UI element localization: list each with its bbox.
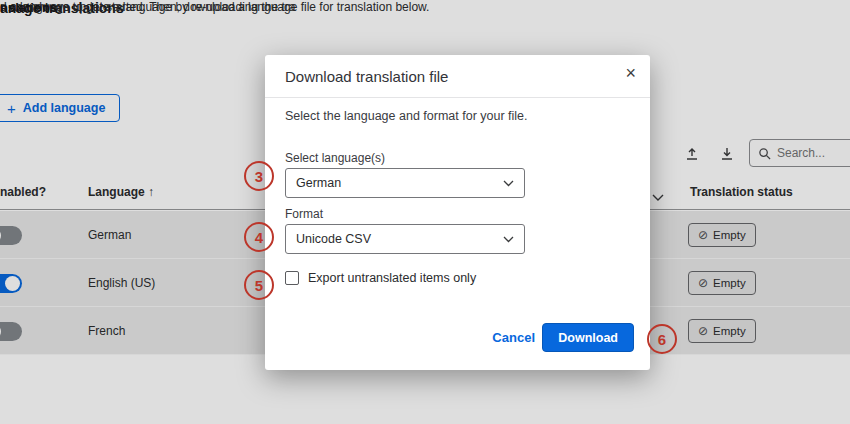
screen: anage translations d a language to get s… (0, 0, 850, 424)
language-select-value: German (296, 176, 341, 190)
export-untranslated-checkbox[interactable] (285, 271, 299, 285)
download-translation-modal: Download translation file × Select the l… (265, 55, 650, 370)
export-untranslated-label: Export untranslated items only (308, 271, 476, 285)
annotation-step-5: 5 (244, 270, 274, 300)
format-select-value: Unicode CSV (296, 232, 371, 246)
modal-divider (265, 97, 650, 98)
annotation-step-4: 4 (244, 222, 274, 252)
chevron-down-icon (503, 180, 514, 187)
download-button[interactable]: Download (542, 323, 634, 352)
modal-description: Select the language and format for your … (285, 109, 528, 123)
chevron-down-icon (503, 236, 514, 243)
export-untranslated-row: Export untranslated items only (285, 271, 476, 285)
cancel-button[interactable]: Cancel (492, 330, 535, 345)
language-select[interactable]: German (285, 168, 525, 198)
annotation-step-3: 3 (244, 161, 274, 191)
close-icon[interactable]: × (625, 63, 636, 84)
select-language-label: Select language(s) (285, 151, 385, 165)
format-label: Format (285, 207, 323, 221)
format-select[interactable]: Unicode CSV (285, 224, 525, 254)
modal-title: Download translation file (285, 68, 448, 85)
annotation-step-6: 6 (647, 324, 677, 354)
